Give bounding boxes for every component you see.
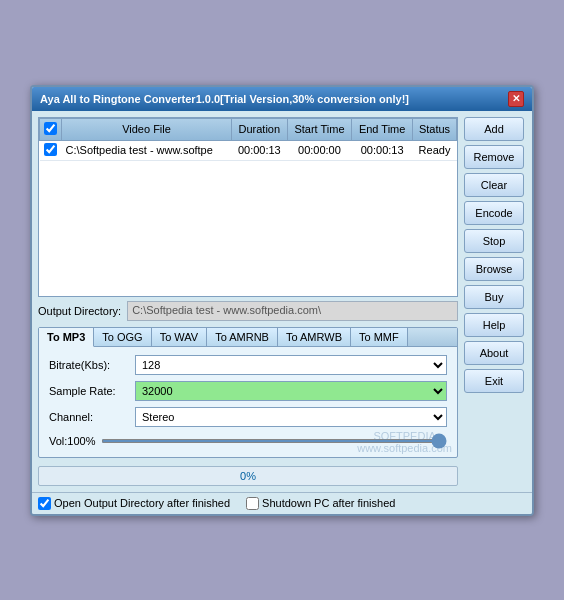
- row-end: 00:00:13: [352, 140, 413, 160]
- shutdown-label[interactable]: Shutdown PC after finished: [246, 497, 395, 510]
- sample-rate-row: Sample Rate: 32000: [49, 381, 447, 401]
- help-button[interactable]: Help: [464, 313, 524, 337]
- progress-text: 0%: [240, 470, 256, 482]
- format-tabs-container: To MP3To OGGTo WAVTo AMRNBTo AMRWBTo MMF…: [38, 327, 458, 458]
- channel-label: Channel:: [49, 411, 129, 423]
- shutdown-checkbox[interactable]: [246, 497, 259, 510]
- title-bar: Aya All to Ringtone Converter1.0.0[Trial…: [32, 87, 532, 111]
- bottom-bar: Open Output Directory after finished Shu…: [32, 492, 532, 514]
- vol-label: Vol:100%: [49, 435, 95, 447]
- tabs-header: To MP3To OGGTo WAVTo AMRNBTo AMRWBTo MMF: [39, 328, 457, 347]
- tab-to-mp3[interactable]: To MP3: [39, 328, 94, 347]
- col-duration: Duration: [232, 118, 288, 140]
- file-table: Video File Duration Start Time End Time …: [39, 118, 457, 161]
- row-duration: 00:00:13: [232, 140, 288, 160]
- bitrate-row: Bitrate(Kbs): 128: [49, 355, 447, 375]
- encode-button[interactable]: Encode: [464, 201, 524, 225]
- channel-select[interactable]: Stereo: [135, 407, 447, 427]
- sample-rate-select[interactable]: 32000: [135, 381, 447, 401]
- bitrate-label: Bitrate(Kbs):: [49, 359, 129, 371]
- remove-button[interactable]: Remove: [464, 145, 524, 169]
- about-button[interactable]: About: [464, 341, 524, 365]
- main-window: Aya All to Ringtone Converter1.0.0[Trial…: [30, 85, 534, 516]
- select-all-checkbox[interactable]: [44, 122, 57, 135]
- window-title: Aya All to Ringtone Converter1.0.0[Trial…: [40, 93, 409, 105]
- progress-bar-container: 0%: [38, 466, 458, 486]
- row-file: C:\Softpedia test - www.softpe: [62, 140, 232, 160]
- tab-to-mmf[interactable]: To MMF: [351, 328, 408, 346]
- row-status: Ready: [412, 140, 456, 160]
- open-dir-label[interactable]: Open Output Directory after finished: [38, 497, 230, 510]
- tab-to-wav[interactable]: To WAV: [152, 328, 208, 346]
- output-path: C:\Softpedia test - www.softpedia.com\: [127, 301, 458, 321]
- volume-row: Vol:100%: [49, 433, 447, 449]
- output-label: Output Directory:: [38, 305, 121, 317]
- close-button[interactable]: ✕: [508, 91, 524, 107]
- vol-slider-container: [101, 433, 447, 449]
- col-checkbox: [40, 118, 62, 140]
- tab-content: Bitrate(Kbs): 128 Sample Rate: 32000 Cha…: [39, 347, 457, 457]
- stop-button[interactable]: Stop: [464, 229, 524, 253]
- row-start: 00:00:00: [287, 140, 352, 160]
- right-panel: Add Remove Clear Encode Stop Browse Buy …: [464, 117, 526, 486]
- add-button[interactable]: Add: [464, 117, 524, 141]
- col-start-time: Start Time: [287, 118, 352, 140]
- vol-slider[interactable]: [101, 439, 447, 443]
- col-end-time: End Time: [352, 118, 413, 140]
- left-panel: Video File Duration Start Time End Time …: [38, 117, 458, 486]
- open-dir-checkbox[interactable]: [38, 497, 51, 510]
- bitrate-select[interactable]: 128: [135, 355, 447, 375]
- main-content: Video File Duration Start Time End Time …: [32, 111, 532, 492]
- row-checkbox-cell[interactable]: [40, 140, 62, 160]
- tab-to-amrnb[interactable]: To AMRNB: [207, 328, 278, 346]
- browse-button[interactable]: Browse: [464, 257, 524, 281]
- file-table-container[interactable]: Video File Duration Start Time End Time …: [38, 117, 458, 297]
- row-checkbox[interactable]: [44, 143, 57, 156]
- col-video-file: Video File: [62, 118, 232, 140]
- buy-button[interactable]: Buy: [464, 285, 524, 309]
- table-row: C:\Softpedia test - www.softpe 00:00:13 …: [40, 140, 457, 160]
- tab-to-ogg[interactable]: To OGG: [94, 328, 151, 346]
- output-directory-row: Output Directory: C:\Softpedia test - ww…: [38, 301, 458, 321]
- channel-row: Channel: Stereo: [49, 407, 447, 427]
- col-status: Status: [412, 118, 456, 140]
- sample-rate-label: Sample Rate:: [49, 385, 129, 397]
- tab-to-amrwb[interactable]: To AMRWB: [278, 328, 351, 346]
- exit-button[interactable]: Exit: [464, 369, 524, 393]
- clear-button[interactable]: Clear: [464, 173, 524, 197]
